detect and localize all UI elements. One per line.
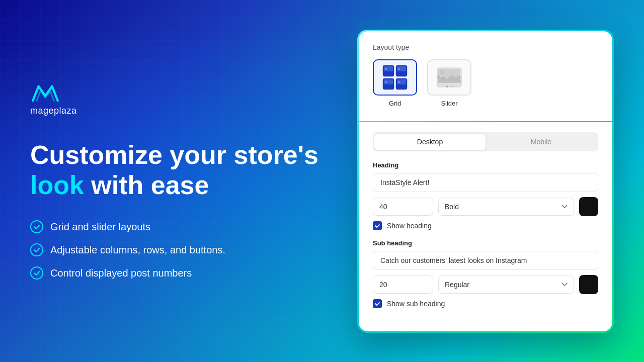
- svg-point-10: [398, 68, 400, 70]
- layout-card: Layout type: [359, 31, 612, 121]
- layout-option-slider-box[interactable]: [427, 59, 471, 96]
- heading-label: Heading: [373, 161, 598, 169]
- svg-point-0: [31, 221, 43, 233]
- svg-point-1: [31, 244, 43, 256]
- logo: mageplaza: [30, 82, 337, 116]
- show-sub-heading-row: Show sub heading: [373, 299, 598, 308]
- feature-item-3: Control displayed post numbers: [30, 266, 337, 280]
- sub-heading-field-group: Sub heading Regular Bold Italic Light: [373, 239, 598, 308]
- heading-field-group: Heading Bold Regular Italic Light: [373, 161, 598, 230]
- feature-item-1: Grid and slider layouts: [30, 220, 337, 233]
- checkmark-icon: [374, 223, 380, 229]
- headline-line1: Customize your store's: [30, 140, 318, 169]
- grid-label: Grid: [389, 100, 401, 107]
- check-icon-1: [30, 220, 43, 233]
- svg-point-26: [449, 85, 451, 87]
- heading-font-size-input[interactable]: [373, 198, 433, 216]
- brand-name: mageplaza: [30, 106, 77, 116]
- show-heading-label: Show heading: [387, 222, 432, 230]
- sub-checkmark-icon: [374, 301, 380, 307]
- sub-heading-font-weight-select[interactable]: Regular Bold Italic Light: [438, 276, 574, 294]
- heading-controls-row: Bold Regular Italic Light: [373, 197, 598, 216]
- headline-rest: with ease: [84, 170, 209, 200]
- feature-item-2: Adjustable columns, rows, and buttons.: [30, 243, 337, 256]
- layout-option-grid[interactable]: Grid: [373, 59, 417, 107]
- layout-type-label: Layout type: [373, 43, 598, 51]
- svg-point-18: [398, 81, 400, 83]
- check-icon-2: [30, 243, 43, 256]
- heading-color-swatch[interactable]: [579, 197, 598, 216]
- right-panel: Layout type: [357, 30, 614, 333]
- settings-card: Desktop Mobile Heading Bold Regular: [359, 122, 612, 331]
- layout-option-grid-box[interactable]: [373, 59, 417, 96]
- layout-options: Grid: [373, 59, 598, 107]
- svg-point-2: [31, 267, 43, 279]
- svg-point-6: [385, 68, 387, 70]
- heading-font-weight-select[interactable]: Bold Regular Italic Light: [438, 198, 574, 216]
- svg-point-14: [385, 81, 387, 83]
- layout-option-slider[interactable]: Slider: [427, 59, 471, 107]
- sub-heading-label: Sub heading: [373, 239, 598, 247]
- sub-heading-color-swatch[interactable]: [579, 275, 598, 294]
- sub-heading-text-input[interactable]: [373, 251, 598, 270]
- show-sub-heading-label: Show sub heading: [387, 300, 445, 308]
- svg-point-25: [446, 85, 448, 87]
- left-panel: mageplaza Customize your store's look wi…: [30, 82, 357, 280]
- sub-heading-controls-row: Regular Bold Italic Light: [373, 275, 598, 294]
- sub-heading-font-size-input[interactable]: [373, 276, 433, 294]
- check-icon-3: [30, 266, 43, 280]
- panels-inner: Layout type: [359, 31, 612, 331]
- tab-mobile[interactable]: Mobile: [486, 134, 597, 150]
- panels-wrapper: Layout type: [357, 30, 614, 333]
- show-sub-heading-checkbox[interactable]: [373, 299, 382, 308]
- svg-point-22: [440, 70, 444, 74]
- heading-text-input[interactable]: [373, 173, 598, 192]
- slider-label: Slider: [441, 100, 457, 107]
- headline: Customize your store's look with ease: [30, 140, 337, 201]
- show-heading-checkbox[interactable]: [373, 221, 382, 230]
- mageplaza-logo-icon: [30, 82, 60, 103]
- tab-desktop[interactable]: Desktop: [374, 134, 486, 150]
- show-heading-row: Show heading: [373, 221, 598, 230]
- headline-highlight: look: [30, 170, 84, 200]
- slider-layout-icon: [436, 66, 462, 89]
- svg-point-27: [452, 85, 454, 87]
- features-list: Grid and slider layouts Adjustable colum…: [30, 220, 337, 280]
- tab-row: Desktop Mobile: [373, 132, 598, 151]
- grid-layout-icon: [382, 64, 408, 90]
